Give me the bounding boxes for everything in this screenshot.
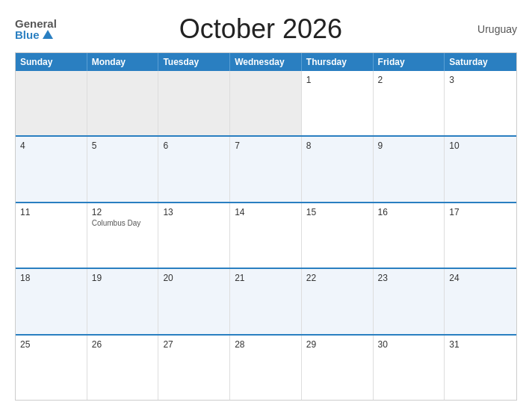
day-cell-oct-16: 16 xyxy=(374,203,445,268)
header-tuesday: Tuesday xyxy=(158,53,230,71)
day-cell-empty xyxy=(87,71,159,135)
logo-blue-text: Blue xyxy=(15,29,40,40)
day-cell-oct-21: 21 xyxy=(230,269,302,333)
day-cell-oct-18: 18 xyxy=(16,269,87,333)
day-cell-oct-17: 17 xyxy=(445,203,516,268)
day-cell-oct-26: 26 xyxy=(87,336,159,400)
columbus-day-label: Columbus Day xyxy=(92,219,154,227)
day-cell-oct-8: 8 xyxy=(302,137,374,201)
day-headers-row: Sunday Monday Tuesday Wednesday Thursday… xyxy=(16,53,516,71)
week-row-3: 11 12 Columbus Day 13 14 15 16 17 xyxy=(16,202,516,268)
day-cell-oct-20: 20 xyxy=(158,269,230,333)
logo: General Blue xyxy=(15,18,57,40)
header-monday: Monday xyxy=(87,53,159,71)
day-cell-oct-9: 9 xyxy=(374,137,445,201)
header-thursday: Thursday xyxy=(302,53,374,71)
week-row-4: 18 19 20 21 22 23 24 xyxy=(16,268,516,333)
header-sunday: Sunday xyxy=(16,53,87,71)
day-cell-oct-30: 30 xyxy=(374,336,445,400)
day-cell-oct-11: 11 xyxy=(16,203,87,268)
day-cell-oct-29: 29 xyxy=(302,336,374,400)
day-cell-oct-7: 7 xyxy=(230,137,302,201)
header-friday: Friday xyxy=(374,53,445,71)
calendar-grid: Sunday Monday Tuesday Wednesday Thursday… xyxy=(15,52,517,401)
day-cell-oct-13: 13 xyxy=(158,203,230,268)
logo-general-text: General xyxy=(15,18,57,29)
day-cell-oct-1: 1 xyxy=(302,71,374,135)
day-cell-oct-2: 2 xyxy=(374,71,445,135)
day-cell-oct-25: 25 xyxy=(16,336,87,400)
day-cell-oct-23: 23 xyxy=(374,269,445,333)
day-cell-empty xyxy=(16,71,87,135)
day-cell-oct-4: 4 xyxy=(16,137,87,201)
day-cell-oct-10: 10 xyxy=(445,137,516,201)
day-cell-empty xyxy=(158,71,230,135)
week-row-1: 1 2 3 xyxy=(16,71,516,135)
day-cell-oct-5: 5 xyxy=(87,137,159,201)
day-cell-oct-24: 24 xyxy=(445,269,516,333)
logo-blue-row: Blue xyxy=(15,29,57,40)
day-cell-oct-27: 27 xyxy=(158,336,230,400)
day-cell-oct-22: 22 xyxy=(302,269,374,333)
day-cell-oct-28: 28 xyxy=(230,336,302,400)
calendar-page: General Blue October 2026 Uruguay Sunday… xyxy=(0,0,532,411)
day-cell-empty xyxy=(230,71,302,135)
weeks-container: 1 2 3 4 5 6 7 8 9 10 11 12 Columbus Day xyxy=(16,71,516,400)
day-cell-oct-6: 6 xyxy=(158,137,230,201)
day-cell-oct-31: 31 xyxy=(445,336,516,400)
header-wednesday: Wednesday xyxy=(230,53,302,71)
header: General Blue October 2026 Uruguay xyxy=(15,13,517,45)
day-cell-oct-19: 19 xyxy=(87,269,159,333)
logo-triangle-icon xyxy=(43,30,53,39)
header-saturday: Saturday xyxy=(445,53,516,71)
week-row-2: 4 5 6 7 8 9 10 xyxy=(16,135,516,201)
country-label: Uruguay xyxy=(465,23,517,35)
day-cell-oct-14: 14 xyxy=(230,203,302,268)
day-cell-oct-3: 3 xyxy=(445,71,516,135)
day-cell-oct-15: 15 xyxy=(302,203,374,268)
day-cell-oct-12: 12 Columbus Day xyxy=(87,203,159,268)
week-row-5: 25 26 27 28 29 30 31 xyxy=(16,334,516,400)
calendar-title: October 2026 xyxy=(57,13,465,45)
